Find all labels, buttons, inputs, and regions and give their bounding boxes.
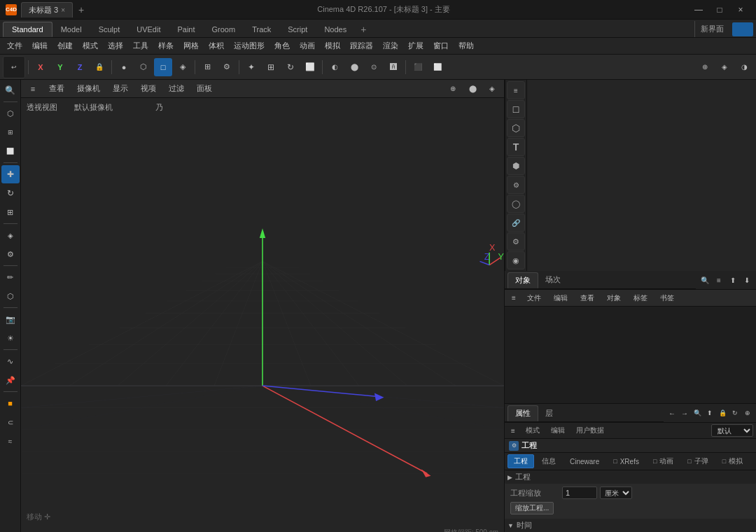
subtab-animation[interactable]: □动画 (647, 454, 680, 468)
obj-icon3[interactable]: ⬇ (741, 274, 753, 286)
menu-edit[interactable]: 编辑 (28, 39, 52, 52)
menu-simulate[interactable]: 模拟 (321, 39, 344, 52)
props-nav-fwd[interactable]: → (679, 407, 690, 419)
subtab-xrefs[interactable]: □XRefs (607, 454, 645, 468)
menu-window[interactable]: 窗口 (429, 39, 453, 52)
knife-tool[interactable]: ⚙ (1, 245, 20, 263)
light-btn[interactable]: ⬜ (428, 58, 447, 76)
tab-scene[interactable]: 场次 (538, 272, 568, 288)
rotate-tool[interactable]: ↻ (281, 58, 300, 76)
subtab-info[interactable]: 信息 (536, 454, 562, 468)
maximize-button[interactable]: □ (710, 3, 729, 17)
rotate-tool-l[interactable]: ↻ (1, 184, 20, 202)
props-icon4[interactable]: ⊕ (742, 407, 753, 419)
props-icon2[interactable]: 🔒 (717, 407, 728, 419)
right-icon-cube[interactable]: ⬡ (507, 119, 525, 137)
subtab-simulate[interactable]: □模拟 (716, 454, 749, 468)
right-icon-curve[interactable]: □ (507, 100, 525, 118)
props-mode-btn-mode[interactable]: 模式 (522, 425, 544, 436)
menu-volume[interactable]: 体积 (204, 39, 228, 52)
timing-section-header[interactable]: ▼ 时间 (505, 519, 756, 532)
props-icon1[interactable]: ⬆ (704, 407, 715, 419)
snap-btn[interactable]: ⊞ (198, 58, 216, 76)
vp-icon2[interactable]: ⬤ (463, 80, 482, 98)
vp-icon3[interactable]: ◈ (483, 80, 501, 98)
obj-bookmarks-menu[interactable]: 书签 (654, 289, 680, 307)
rect-sel[interactable]: ⬜ (1, 142, 20, 160)
obj-file-menu[interactable]: 文件 (522, 289, 547, 307)
vp-icon1[interactable]: ⊕ (444, 80, 462, 98)
menu-create[interactable]: 创建 (53, 39, 77, 52)
new-interface-label[interactable]: 新界面 (694, 21, 729, 37)
menu-character[interactable]: 角色 (270, 39, 294, 52)
props-search-icon[interactable]: 🔍 (692, 407, 703, 419)
light-tool[interactable]: ☀ (1, 329, 20, 347)
poly-mode[interactable]: □ (154, 58, 172, 76)
project-section-header[interactable]: ▶ 工程 (505, 470, 756, 484)
vp-view-btn[interactable]: 查看 (43, 80, 70, 98)
tab-sculpt[interactable]: Sculpt (90, 22, 129, 36)
scale-project-button[interactable]: 缩放工程... (510, 502, 554, 514)
scale-tool-l[interactable]: ⊞ (1, 203, 20, 221)
vp-options-btn[interactable]: 视项 (135, 80, 162, 98)
minimize-button[interactable]: — (689, 3, 708, 17)
obj-icon2[interactable]: ⬆ (727, 274, 739, 286)
tab-attributes[interactable]: 属性 (507, 405, 538, 421)
render-settings[interactable]: 🅰 (384, 58, 402, 76)
render-active[interactable]: ⬤ (345, 58, 363, 76)
tab-object[interactable]: 对象 (507, 272, 538, 288)
obj-icon1[interactable]: ≡ (713, 274, 725, 286)
scale-tool[interactable]: ⊞ (262, 58, 280, 76)
props-icon3[interactable]: ↻ (729, 407, 741, 419)
search-tool[interactable]: 🔍 (1, 81, 20, 99)
move-tool-l[interactable]: ✚ (1, 165, 20, 183)
right-icon-text[interactable]: T (507, 138, 525, 156)
poly-pen[interactable]: ◈ (1, 226, 20, 244)
menu-extend[interactable]: 扩展 (404, 39, 428, 52)
obj-search-icon[interactable]: 🔍 (699, 274, 711, 286)
tab-add[interactable]: + (74, 4, 88, 15)
camera-tool[interactable]: 📷 (1, 310, 20, 328)
close-button[interactable]: × (731, 3, 750, 17)
tab-add-icon[interactable]: + (355, 24, 372, 35)
menu-mograph[interactable]: 运动图形 (230, 39, 269, 52)
menu-mode[interactable]: 模式 (78, 39, 102, 52)
viewport-settings[interactable]: ⊕ (696, 58, 714, 76)
render-region[interactable]: ◐ (326, 58, 344, 76)
project-scale-unit[interactable]: 厘米 米 毫米 (600, 486, 632, 499)
magnet-btn[interactable]: ⚙ (218, 58, 236, 76)
obj-edit-menu[interactable]: 编辑 (548, 289, 573, 307)
live-sel[interactable]: ⊞ (1, 123, 20, 141)
extra-tool[interactable]: ■ (1, 394, 20, 412)
material-btn[interactable]: ⬛ (409, 58, 427, 76)
menu-mesh[interactable]: 网格 (179, 39, 203, 52)
props-mode-btn-userdata[interactable]: 用户数据 (572, 425, 608, 436)
render-all[interactable]: ⊙ (365, 58, 383, 76)
select-tool[interactable]: ⬡ (1, 104, 20, 122)
tab-paint[interactable]: Paint (169, 22, 203, 36)
menu-help[interactable]: 帮助 (454, 39, 478, 52)
menu-animate[interactable]: 动画 (295, 39, 319, 52)
obj-object-menu[interactable]: 对象 (601, 289, 626, 307)
paint-brush[interactable]: ✏ (1, 268, 20, 286)
obj-mode[interactable]: ◈ (174, 58, 192, 76)
props-menu-icon[interactable]: ≡ (507, 425, 519, 436)
tab-script[interactable]: Script (279, 22, 316, 36)
tab-layer[interactable]: 层 (538, 406, 560, 421)
edges-mode[interactable]: ⬡ (134, 58, 153, 76)
props-nav-back[interactable]: ← (666, 407, 678, 419)
menu-tools[interactable]: 工具 (129, 39, 153, 52)
sculpt-brush[interactable]: ⬡ (1, 287, 20, 305)
tab-nodes[interactable]: Nodes (316, 22, 355, 36)
obj-view-menu[interactable]: 查看 (575, 289, 600, 307)
right-icon-light[interactable]: ◯ (507, 195, 525, 213)
right-icon-object[interactable]: ≡ (507, 81, 525, 99)
props-mode-btn-edit[interactable]: 编辑 (547, 425, 569, 436)
subtab-cineware[interactable]: Cineware (564, 454, 606, 468)
spline-tool[interactable]: ∿ (1, 352, 20, 370)
menu-file[interactable]: 文件 (3, 39, 27, 52)
props-dropdown[interactable]: 默认 (711, 424, 753, 437)
menu-render[interactable]: 渲染 (379, 39, 402, 52)
vp-menu-icon[interactable]: ≡ (24, 80, 42, 98)
viewport-3d[interactable]: X Y Z 透视视图 默认摄像机 乃 网格间距: 500 cm 移动 ✛ (21, 98, 504, 532)
